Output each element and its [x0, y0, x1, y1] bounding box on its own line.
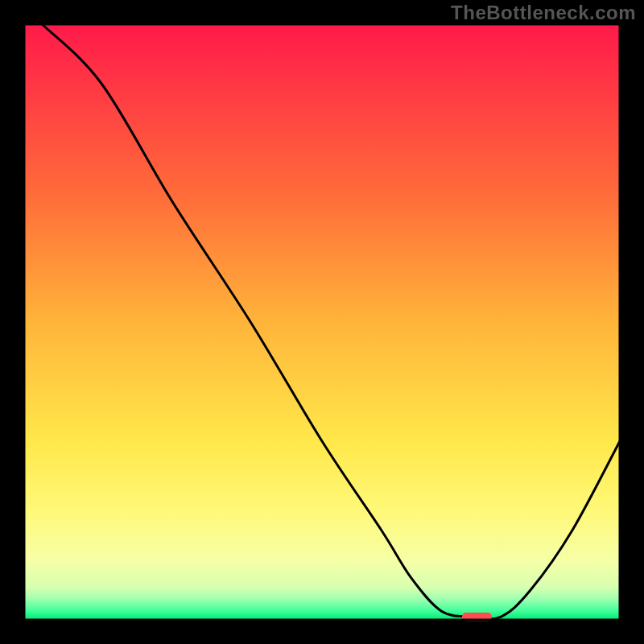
- watermark-label: TheBottleneck.com: [451, 2, 636, 24]
- plot-background: [24, 24, 620, 620]
- bottleneck-chart: [0, 0, 644, 644]
